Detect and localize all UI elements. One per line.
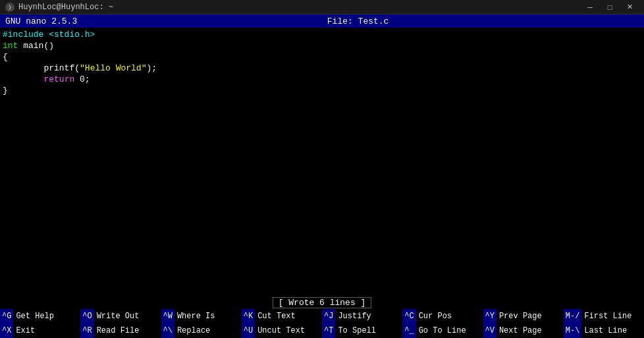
shortcut-item[interactable]: ^JJustify: [322, 309, 402, 324]
shortcut-label: To Spell: [335, 326, 379, 335]
shortcut-label: Uncut Text: [255, 326, 308, 335]
shortcut-item[interactable]: ^\Replace: [161, 324, 242, 338]
title-bar-left: ❯ HuynhLoc@HuynhLoc: ~: [5, 3, 113, 12]
title-text: HuynhLoc@HuynhLoc: ~: [18, 3, 113, 12]
code-line: printf("Hello World");: [3, 63, 641, 74]
shortcut-key: ^_: [402, 324, 416, 338]
shortcut-item[interactable]: ^WWhere Is: [161, 309, 242, 324]
shortcut-item[interactable]: ^OWrite Out: [80, 309, 161, 324]
shortcut-key: ^K: [242, 309, 255, 324]
terminal-icon: ❯: [5, 3, 14, 12]
shortcut-label: Go To Line: [416, 326, 469, 335]
shortcut-key: ^G: [0, 309, 13, 324]
shortcut-item[interactable]: ^KCut Text: [242, 309, 322, 324]
shortcut-label: Get Help: [13, 312, 57, 321]
nano-header: GNU nano 2.5.3 File: Test.c: [0, 14, 644, 28]
shortcut-key: ^W: [161, 309, 174, 324]
title-bar: ❯ HuynhLoc@HuynhLoc: ~ ─ □ ✕: [0, 0, 644, 14]
code-token: #include <stdio.h>: [3, 30, 95, 40]
shortcut-key: ^R: [80, 324, 94, 338]
shortcut-item[interactable]: ^YPrev Page: [483, 309, 564, 324]
shortcut-key: ^V: [483, 324, 496, 338]
shortcut-label: Write Out: [94, 312, 142, 321]
shortcut-item[interactable]: M-\Last Line: [564, 324, 644, 338]
code-line: {: [3, 51, 641, 63]
shortcut-item[interactable]: M-/First Line: [564, 309, 644, 324]
shortcut-item[interactable]: ^VNext Page: [483, 324, 564, 338]
code-token: 0;: [74, 74, 90, 84]
nano-filename: File: Test.c: [327, 16, 389, 26]
shortcut-label: Prev Page: [496, 312, 545, 321]
editor-area[interactable]: #include <stdio.h>int main(){ printf("He…: [0, 28, 644, 296]
code-line: return 0;: [3, 74, 641, 85]
shortcut-item[interactable]: ^RRead File: [80, 324, 161, 338]
shortcut-key: ^T: [322, 324, 335, 338]
shortcut-item[interactable]: ^XExit: [0, 324, 80, 338]
code-token: "Hello World": [80, 63, 146, 73]
code-token: return: [43, 74, 74, 84]
code-container: #include <stdio.h>int main(){ printf("He…: [3, 29, 641, 96]
code-token: main(): [18, 41, 54, 51]
shortcut-label: Cut Text: [255, 312, 298, 321]
code-token: );: [146, 63, 157, 73]
shortcut-item[interactable]: ^TTo Spell: [322, 324, 402, 338]
shortcut-label: Replace: [174, 326, 213, 335]
code-line: }: [3, 85, 641, 96]
code-token: printf(: [3, 63, 80, 73]
close-button[interactable]: ✕: [620, 1, 639, 13]
shortcut-item[interactable]: ^_Go To Line: [402, 324, 483, 338]
shortcut-label: First Line: [581, 312, 634, 321]
shortcut-key: ^J: [322, 309, 335, 324]
shortcut-label: Next Page: [496, 326, 545, 335]
shortcut-key: ^\: [161, 324, 174, 338]
code-token: int: [3, 41, 18, 51]
status-message: [ Wrote 6 lines ]: [273, 297, 372, 308]
shortcut-key: ^U: [242, 324, 255, 338]
code-line: #include <stdio.h>: [3, 29, 641, 40]
shortcut-label: Where Is: [174, 312, 218, 321]
shortcut-key: ^X: [0, 324, 13, 338]
code-token: {: [3, 52, 8, 62]
shortcut-bar-1: ^GGet Help^OWrite Out^WWhere Is^KCut Tex…: [0, 309, 644, 324]
shortcut-key: ^C: [402, 309, 416, 324]
shortcut-key: M-\: [564, 324, 582, 338]
window-controls: ─ □ ✕: [581, 1, 639, 13]
shortcut-label: Cur Pos: [416, 312, 454, 321]
status-bar: [ Wrote 6 lines ]: [0, 296, 644, 309]
code-token: }: [3, 86, 8, 96]
code-line: int main(): [3, 40, 641, 51]
maximize-button[interactable]: □: [601, 1, 619, 13]
minimize-button[interactable]: ─: [581, 1, 599, 13]
code-token: [3, 74, 43, 84]
shortcut-bar-2: ^XExit^RRead File^\Replace^UUncut Text^T…: [0, 324, 644, 338]
shortcut-key: ^Y: [483, 309, 496, 324]
shortcut-item[interactable]: ^GGet Help: [0, 309, 80, 324]
shortcut-key: ^O: [80, 309, 94, 324]
shortcut-label: Justify: [335, 312, 373, 321]
shortcut-label: Read File: [94, 326, 142, 335]
shortcut-key: M-/: [564, 309, 582, 324]
shortcut-label: Last Line: [581, 326, 630, 335]
shortcut-label: Exit: [13, 326, 38, 335]
shortcut-item[interactable]: ^UUncut Text: [242, 324, 322, 338]
shortcut-item[interactable]: ^CCur Pos: [402, 309, 483, 324]
nano-version: GNU nano 2.5.3: [5, 16, 77, 26]
